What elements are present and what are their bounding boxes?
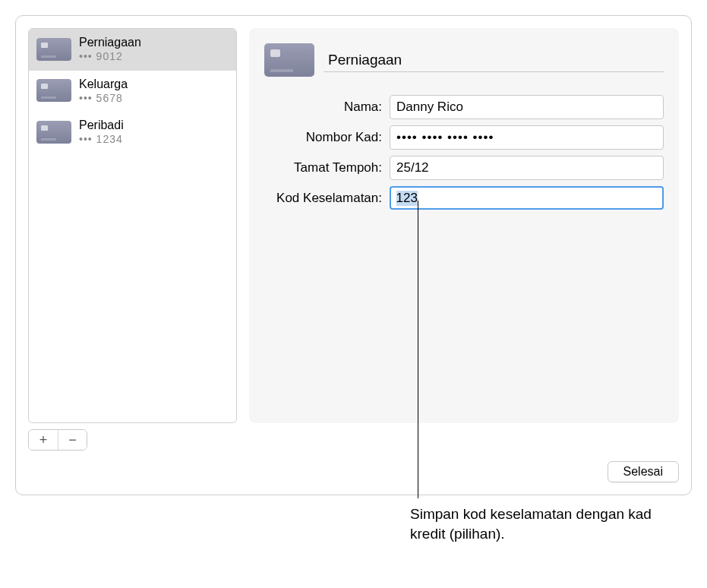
card-item-mask: ••• 1234 <box>79 133 124 147</box>
sidebar: Perniagaan ••• 9012 Keluarga ••• 5678 Pe… <box>28 28 237 450</box>
expiry-label: Tamat Tempoh: <box>264 160 382 175</box>
card-item-text: Keluarga ••• 5678 <box>79 77 128 106</box>
card-item-keluarga[interactable]: Keluarga ••• 5678 <box>29 71 236 112</box>
detail-panel: Nama: Nombor Kad: Tamat Tempoh: Kod Kese… <box>249 28 679 423</box>
security-code-input[interactable]: 123 <box>390 186 664 210</box>
main-area: Perniagaan ••• 9012 Keluarga ••• 5678 Pe… <box>28 28 679 450</box>
security-code-label: Kod Keselamatan: <box>264 191 382 206</box>
name-label: Nama: <box>264 100 382 115</box>
card-description-input[interactable] <box>324 49 664 72</box>
card-number-input[interactable] <box>390 125 664 150</box>
card-list[interactable]: Perniagaan ••• 9012 Keluarga ••• 5678 Pe… <box>28 28 237 423</box>
card-item-peribadi[interactable]: Peribadi ••• 1234 <box>29 112 236 153</box>
card-item-title: Perniagaan <box>79 35 141 50</box>
callout-text: Simpan kod keselamatan dengan kad kredit… <box>410 504 668 543</box>
name-input[interactable] <box>390 95 664 119</box>
security-code-wrap: 123 <box>390 186 664 210</box>
card-item-mask: ••• 9012 <box>79 50 141 64</box>
card-settings-window: Perniagaan ••• 9012 Keluarga ••• 5678 Pe… <box>15 15 692 495</box>
list-controls: + − <box>28 429 87 450</box>
credit-card-icon <box>36 38 71 61</box>
callout-line <box>418 201 418 498</box>
remove-button[interactable]: − <box>58 430 87 450</box>
card-item-perniagaan[interactable]: Perniagaan ••• 9012 <box>29 29 236 71</box>
form-rows: Nama: Nombor Kad: Tamat Tempoh: Kod Kese… <box>264 95 664 210</box>
security-code-value: 123 <box>396 191 418 206</box>
card-item-text: Peribadi ••• 1234 <box>79 118 124 147</box>
card-item-title: Peribadi <box>79 118 124 133</box>
callout: Simpan kod keselamatan dengan kad kredit… <box>410 504 692 543</box>
card-item-text: Perniagaan ••• 9012 <box>79 35 141 64</box>
card-number-label: Nombor Kad: <box>264 130 382 145</box>
credit-card-icon <box>264 43 314 77</box>
card-item-title: Keluarga <box>79 77 128 92</box>
expiry-input[interactable] <box>390 156 664 180</box>
add-button[interactable]: + <box>29 430 58 450</box>
credit-card-icon <box>36 79 71 102</box>
credit-card-icon <box>36 121 71 144</box>
footer: Selesai <box>28 461 679 482</box>
title-row <box>264 43 664 77</box>
card-item-mask: ••• 5678 <box>79 92 128 106</box>
done-button[interactable]: Selesai <box>608 461 679 482</box>
